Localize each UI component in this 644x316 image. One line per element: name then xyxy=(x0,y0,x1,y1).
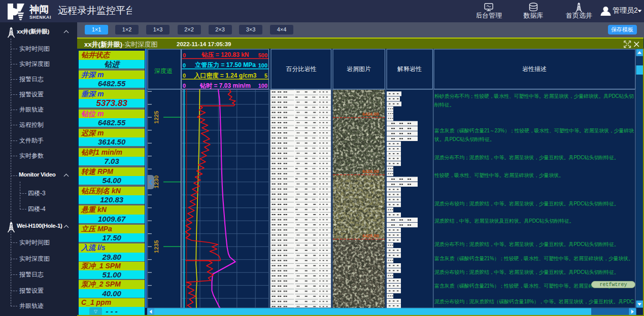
svg-text:100: 100 xyxy=(258,83,267,89)
svg-text:神闻: 神闻 xyxy=(29,4,49,15)
svg-text:钻时 = 7.03 min/m: 钻时 = 7.03 min/m xyxy=(199,82,251,89)
svg-text:500: 500 xyxy=(258,52,267,58)
svg-text:6426.00: 6426.00 xyxy=(362,169,379,174)
svg-text:百分比岩性: 百分比岩性 xyxy=(286,65,317,73)
svg-text:入口密度 = 1.24 g/cm3: 入口密度 = 1.24 g/cm3 xyxy=(193,72,256,79)
svg-text:0: 0 xyxy=(183,83,186,89)
svg-text:管理员2: 管理员2 xyxy=(613,6,638,14)
svg-text:深度道: 深度道 xyxy=(154,67,173,75)
svg-text:0: 0 xyxy=(183,62,186,68)
svg-text:SHENKAI: SHENKAI xyxy=(29,15,51,20)
svg-text:0: 0 xyxy=(183,52,186,58)
svg-text:1235: 1235 xyxy=(153,240,159,253)
svg-text:100: 100 xyxy=(258,62,267,68)
svg-text:数据库: 数据库 xyxy=(523,12,544,19)
svg-text:5: 5 xyxy=(264,73,267,79)
svg-text:首页选井: 首页选井 xyxy=(566,12,592,19)
svg-text:1225: 1225 xyxy=(153,111,159,124)
svg-text:6424.00: 6424.00 xyxy=(362,112,379,117)
svg-text:立管压力 = 17.50 MPa: 立管压力 = 17.50 MPa xyxy=(194,61,256,68)
svg-text:6428.00: 6428.00 xyxy=(362,233,379,238)
svg-text:后台管理: 后台管理 xyxy=(477,12,502,19)
svg-text:岩屑图片: 岩屑图片 xyxy=(347,65,371,73)
svg-text:钻压 = 120.83 kN: 钻压 = 120.83 kN xyxy=(201,51,249,58)
svg-text:解释岩性: 解释岩性 xyxy=(397,65,422,73)
svg-text:远程录井监控平台: 远程录井监控平台 xyxy=(58,5,132,16)
svg-text:0: 0 xyxy=(183,73,186,79)
